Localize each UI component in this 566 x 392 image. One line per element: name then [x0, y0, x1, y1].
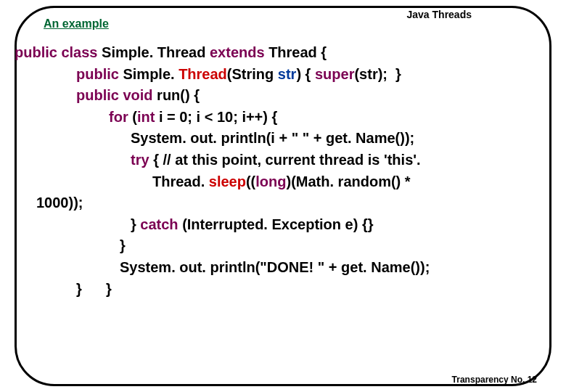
text: (Interrupted. Exception e) {}: [179, 216, 374, 232]
code-line: public void run() {: [15, 85, 551, 107]
text: }: [131, 216, 140, 232]
keyword: catch: [140, 216, 178, 232]
keyword: public: [76, 66, 119, 82]
method: sleep: [209, 173, 246, 189]
keyword: int: [137, 109, 155, 125]
code-line: Thread. sleep((long)(Math. random() *: [15, 171, 551, 193]
code-line: try { // at this point, current thread i…: [15, 150, 551, 171]
text: run() {: [153, 87, 200, 103]
keyword: super: [315, 66, 354, 82]
keyword: long: [255, 173, 286, 189]
code-line: } }: [15, 279, 551, 301]
footer-label: Transparency No. 12: [452, 375, 537, 385]
text: Thread {: [265, 44, 327, 60]
text: (: [128, 109, 137, 125]
text: }: [120, 237, 126, 253]
variable: str: [278, 66, 297, 82]
code-line: System. out. println(i + " " + get. Name…: [15, 128, 551, 150]
text: } }: [76, 281, 112, 297]
section-title: An example: [44, 17, 109, 30]
code-line: }: [15, 235, 551, 257]
text: Simple. Thread: [98, 44, 210, 60]
text: Simple.: [119, 66, 179, 82]
code-line: public Simple. Thread(String str) { supe…: [15, 64, 551, 86]
code-block: public class Simple. Thread extends Thre…: [15, 42, 551, 300]
text: System. out. println("DONE! " + get. Nam…: [120, 259, 430, 275]
text: System. out. println(i + " " + get. Name…: [131, 130, 414, 146]
code-line: for (int i = 0; i < 10; i++) {: [15, 107, 551, 128]
keyword: extends: [210, 44, 265, 60]
text: (str); }: [354, 66, 401, 82]
code-line: } catch (Interrupted. Exception e) {}: [15, 214, 551, 236]
code-line: public class Simple. Thread extends Thre…: [15, 42, 551, 64]
header-label: Java Threads: [407, 9, 472, 20]
text: (String: [227, 66, 278, 82]
method: Thread: [179, 66, 227, 82]
text: )(Math. random() *: [287, 173, 415, 189]
text: Thread.: [152, 173, 209, 189]
code-line: 1000));: [15, 192, 551, 214]
keyword: try: [131, 152, 149, 168]
text: ((: [246, 173, 255, 189]
keyword: public class: [15, 44, 98, 60]
keyword: public void: [76, 87, 153, 103]
text: { // at this point, current thread is 't…: [149, 152, 421, 168]
text: ) {: [296, 66, 315, 82]
code-line: System. out. println("DONE! " + get. Nam…: [15, 257, 551, 279]
text: i = 0; i < 10; i++) {: [155, 109, 277, 125]
text: 1000));: [36, 195, 83, 211]
keyword: for: [109, 109, 128, 125]
